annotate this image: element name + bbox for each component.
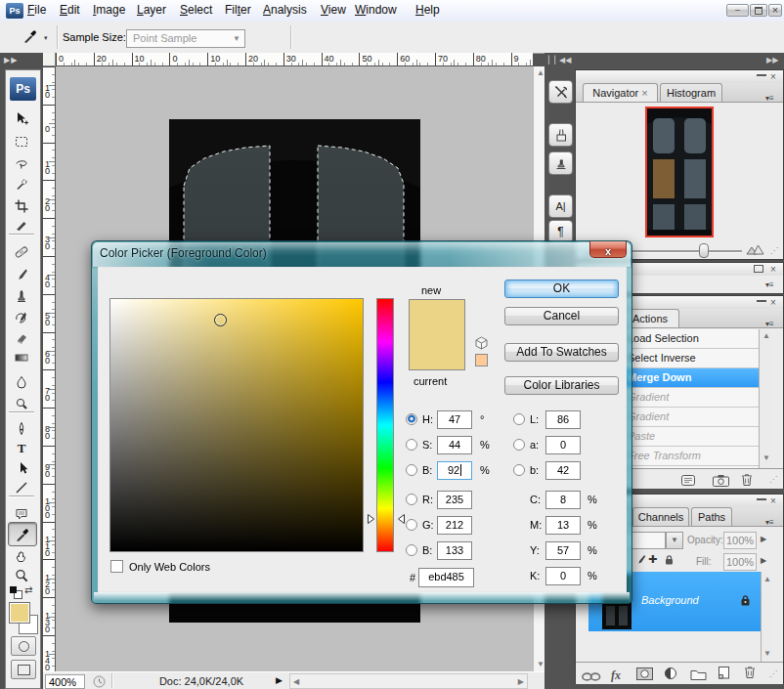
hue-arrow-left-icon[interactable]: [367, 511, 375, 529]
actions-button-mode-icon[interactable]: [680, 473, 696, 491]
window-close-button[interactable]: ×: [768, 4, 782, 17]
field-input-a[interactable]: 0: [545, 436, 581, 454]
radio-a[interactable]: [513, 439, 525, 451]
menu-analysis[interactable]: Analysis: [263, 3, 307, 17]
menu-help[interactable]: Help: [415, 3, 440, 17]
field-input-c[interactable]: 8: [545, 491, 581, 509]
tool-crop[interactable]: [9, 195, 34, 216]
tool-pen[interactable]: [9, 418, 34, 439]
screen-mode-button[interactable]: [11, 660, 36, 679]
navigator-close-icon[interactable]: ×: [770, 71, 776, 82]
layers-scroll-up-icon[interactable]: ▲: [763, 576, 771, 583]
status-flyout-arrow-icon[interactable]: ▶: [276, 675, 283, 685]
menu-image[interactable]: Image: [93, 3, 125, 17]
menu-view[interactable]: View: [321, 3, 346, 17]
sample-size-dropdown[interactable]: Point Sample ▼: [126, 29, 245, 48]
tool-line[interactable]: [9, 477, 34, 497]
eyedropper-tool-icon[interactable]: [22, 28, 40, 46]
field-input-l[interactable]: 86: [545, 410, 581, 429]
tool-slice[interactable]: [9, 215, 34, 236]
layers-close-icon[interactable]: ×: [770, 495, 776, 506]
hue-arrow-right-icon[interactable]: [397, 511, 406, 529]
actions-minimize-icon[interactable]: [757, 300, 766, 302]
adjustment-layer-icon[interactable]: [664, 667, 677, 684]
dock-icon-clone-source[interactable]: [548, 151, 573, 175]
dock-icon-brushes[interactable]: [548, 123, 573, 147]
tool-eraser[interactable]: [9, 327, 34, 348]
window-minimize-button[interactable]: –: [726, 4, 749, 17]
actions-resize-grip[interactable]: ⋰: [769, 475, 777, 484]
layer-style-icon[interactable]: fx: [611, 666, 621, 683]
field-input-b-lab[interactable]: 42: [545, 461, 581, 480]
opacity-arrow-icon[interactable]: ▶: [761, 535, 766, 543]
fill-arrow-icon[interactable]: ▶: [761, 556, 766, 565]
collapsed-panel-menu-icon[interactable]: ▾≡: [765, 280, 774, 289]
tool-move[interactable]: [9, 108, 34, 128]
dock-icon-tools[interactable]: [548, 80, 573, 104]
new-group-icon[interactable]: [690, 667, 707, 684]
field-input-y[interactable]: 57: [545, 541, 581, 560]
tab-histogram[interactable]: Histogram: [660, 83, 722, 102]
canvas-horizontal-scrollbar[interactable]: ◀ ▶: [289, 673, 528, 689]
collapsed-panel-close-icon[interactable]: ×: [770, 264, 776, 275]
swap-colors-icon[interactable]: ⇄: [24, 584, 32, 595]
tool-zoom[interactable]: [9, 565, 34, 585]
only-web-colors-checkbox[interactable]: [110, 560, 123, 573]
layers-menu-icon[interactable]: ▾≡: [765, 518, 774, 527]
add-mask-icon[interactable]: [636, 667, 653, 684]
navigator-minimize-icon[interactable]: [757, 74, 766, 76]
field-input-b-rgb[interactable]: 133: [437, 541, 472, 560]
toolbar-collapse-icon[interactable]: ▶▶: [4, 56, 18, 65]
default-colors-icon[interactable]: [10, 586, 17, 593]
foreground-color-swatch[interactable]: [9, 602, 30, 624]
delete-layer-icon[interactable]: [743, 665, 757, 683]
actions-delete-icon[interactable]: [740, 472, 754, 491]
radio-s[interactable]: [406, 439, 417, 451]
hue-slider[interactable]: [376, 298, 394, 552]
actions-scrollbar[interactable]: ▲ ▼: [759, 329, 771, 468]
tab-channels[interactable]: Channels: [632, 507, 689, 526]
tool-hand[interactable]: [9, 545, 34, 566]
actions-menu-icon[interactable]: ▾≡: [765, 320, 774, 328]
tool-eyedropper[interactable]: [8, 522, 37, 546]
tab-paths[interactable]: Paths: [691, 507, 732, 526]
field-input-m[interactable]: 13: [545, 516, 581, 535]
tool-blur[interactable]: [9, 371, 34, 392]
field-input-g[interactable]: 212: [437, 516, 472, 535]
menu-select[interactable]: Select: [180, 3, 212, 17]
radio-l[interactable]: [513, 413, 525, 425]
layers-scroll-down-icon[interactable]: ▼: [763, 650, 771, 658]
radio-b-lab[interactable]: [513, 464, 525, 476]
window-restore-button[interactable]: [750, 4, 767, 17]
scroll-right-icon[interactable]: ▶: [518, 678, 524, 686]
menu-edit[interactable]: Edit: [60, 3, 80, 17]
lock-move-icon[interactable]: ✚: [648, 553, 657, 566]
actions-scroll-down-icon[interactable]: ▼: [762, 454, 770, 462]
radio-g[interactable]: [406, 519, 417, 531]
blend-mode-arrow-icon[interactable]: ▼: [666, 532, 683, 549]
navigator-resize-grip[interactable]: ⋰: [770, 246, 778, 255]
quick-mask-button[interactable]: [11, 636, 36, 656]
lock-brush-icon[interactable]: [634, 552, 647, 565]
button-add-to-swatches[interactable]: Add To Swatches: [504, 343, 619, 362]
tool-brush[interactable]: [9, 264, 34, 284]
button-ok[interactable]: OK: [504, 280, 619, 298]
color-field-marker[interactable]: [214, 314, 227, 326]
tool-history-brush[interactable]: [9, 307, 34, 327]
field-input-b[interactable]: 92: [437, 461, 472, 480]
tab-close-icon[interactable]: ×: [641, 87, 647, 99]
hex-input[interactable]: ebd485: [418, 568, 474, 587]
tool-path-selection[interactable]: [9, 457, 34, 478]
tool-type[interactable]: T: [9, 438, 34, 458]
tool-dodge[interactable]: [9, 393, 34, 413]
layers-resize-grip[interactable]: ⋰: [769, 669, 777, 678]
tool-lasso[interactable]: [9, 152, 34, 173]
menu-window[interactable]: Window: [355, 3, 397, 17]
layers-scrollbar[interactable]: ▲ ▼: [761, 572, 773, 662]
actions-scroll-up-icon[interactable]: ▲: [762, 332, 770, 340]
radio-r[interactable]: [406, 494, 417, 505]
color-field[interactable]: [109, 298, 364, 552]
navigator-zoom-in-icon[interactable]: [746, 241, 764, 259]
menu-file[interactable]: File: [27, 3, 46, 17]
tool-gradient[interactable]: [9, 347, 34, 367]
